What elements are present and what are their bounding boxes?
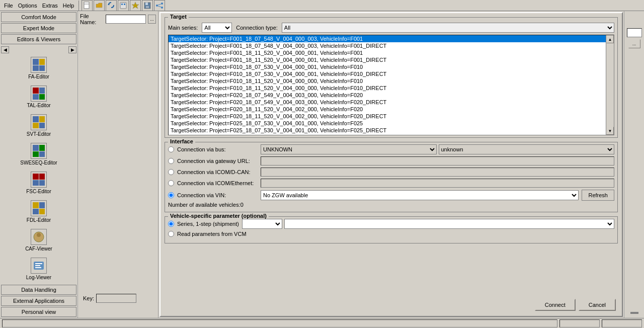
svg-rect-7: [145, 3, 148, 5]
conn-icom-eth-label: Connection via ICOM/Ethernet:: [177, 180, 258, 186]
status-bar: [0, 318, 644, 328]
icom-eth-input[interactable]: tcp://127.0.0.1:50160: [261, 179, 614, 188]
tb-btn-2[interactable]: [94, 0, 105, 11]
file-name-input[interactable]: [106, 15, 146, 24]
conn-bus-label: Connection via bus:: [177, 146, 258, 152]
sidebar-item-fdl-editor[interactable]: FDL-Editor: [1, 198, 76, 225]
radio-bus[interactable]: [168, 146, 174, 152]
radio-vin[interactable]: [168, 192, 174, 198]
radio-series-1step[interactable]: [168, 221, 174, 227]
bus-select-2[interactable]: unknown: [439, 144, 615, 154]
sidebar-item-tal-editor[interactable]: TAL-Editor: [1, 83, 76, 111]
tb-btn-3[interactable]: [106, 0, 117, 11]
bus-select-1[interactable]: UNKNOWN: [261, 144, 437, 154]
svg-line-13: [158, 6, 161, 7]
vehicle-select-2[interactable]: [284, 219, 614, 229]
vin-select[interactable]: No ZGW available: [261, 190, 579, 200]
svg-rect-8: [146, 6, 149, 8]
list-item[interactable]: TargetSelector: Project=F001_18_11_520_V…: [169, 56, 606, 63]
list-scroll-up[interactable]: ▲: [606, 35, 614, 43]
data-handling-btn[interactable]: Data Handling: [1, 285, 76, 295]
icom-dcan-input[interactable]: tcp://127.0.0.1:52410: [261, 168, 614, 177]
menu-options[interactable]: Options: [16, 2, 39, 9]
sidebar-scroll-right[interactable]: ▶: [68, 46, 76, 53]
target-list[interactable]: TargetSelector: Project=F001_18_07_548_V…: [169, 35, 606, 135]
vehicles-count: Number of available vehicles:0: [168, 202, 614, 208]
tb-btn-save[interactable]: [142, 0, 153, 11]
svg-rect-17: [35, 263, 42, 264]
key-label: Key:: [83, 295, 94, 301]
list-item[interactable]: TargetSelector: Project=F020_18_11_520_V…: [169, 106, 606, 113]
svg-rect-18: [35, 265, 40, 266]
list-item[interactable]: TargetSelector: Project=F020_18_07_549_V…: [169, 99, 606, 106]
radio-read-vcm[interactable]: [168, 231, 174, 237]
list-item[interactable]: TargetSelector: Project=F001_18_11_520_V…: [169, 49, 606, 56]
sidebar-item-fsc-editor[interactable]: FSC-Editor: [1, 169, 76, 197]
list-scroll-down[interactable]: ▼: [606, 127, 614, 135]
menu-file[interactable]: File: [2, 2, 15, 9]
list-item[interactable]: TargetSelector: Project=F010_18_07_530_V…: [169, 63, 606, 70]
svg-rect-19: [35, 267, 41, 268]
status-segment-2: [559, 319, 600, 327]
radio-icom-dcan[interactable]: [168, 169, 174, 175]
main-series-select[interactable]: All: [202, 23, 232, 33]
right-browse-btn[interactable]: ...: [628, 39, 640, 48]
file-browse-btn[interactable]: ...: [148, 15, 156, 24]
right-input[interactable]: [627, 28, 642, 37]
svg-point-10: [161, 3, 163, 5]
connect-button[interactable]: Connect: [535, 299, 576, 311]
radio-gateway[interactable]: [168, 158, 174, 164]
menu-help[interactable]: Help: [61, 2, 76, 9]
editors-viewers-btn[interactable]: Editors & Viewers: [1, 34, 76, 44]
conn-vin-label: Connection via VIN:: [177, 192, 258, 198]
connection-type-select[interactable]: All: [282, 23, 614, 33]
list-item[interactable]: TargetSelector: Project=F001_18_07_548_V…: [169, 35, 606, 42]
tb-btn-4[interactable]: [118, 0, 129, 11]
vehicle-select-1[interactable]: [242, 219, 282, 229]
list-item[interactable]: TargetSelector: Project=F001_18_07_548_V…: [169, 42, 606, 49]
radio-icom-eth[interactable]: [168, 180, 174, 186]
list-item[interactable]: TargetSelector: Project=F010_18_11_520_V…: [169, 77, 606, 85]
list-item[interactable]: TargetSelector: Project=F020_18_11_520_V…: [169, 113, 606, 120]
sweseq-editor-icon: [31, 143, 47, 159]
gateway-input[interactable]: tcp://127.0.0.1:6801: [261, 156, 614, 166]
menu-extras[interactable]: Extras: [40, 2, 60, 9]
external-applications-btn[interactable]: External Applications: [1, 296, 76, 306]
list-item[interactable]: TargetSelector: Project=F025_18_07_530_V…: [169, 120, 606, 127]
tb-btn-1[interactable]: [82, 0, 93, 11]
target-legend: Target: [168, 14, 189, 20]
sidebar-item-log-viewer[interactable]: Log-Viewer: [1, 255, 76, 283]
tb-btn-share[interactable]: [154, 0, 165, 11]
status-segment-1: [2, 319, 557, 327]
series-1step-label: Series, 1-step (shipment): [177, 221, 239, 227]
svt-editor-icon: [31, 114, 47, 130]
fsc-editor-icon: [31, 172, 47, 188]
list-item[interactable]: TargetSelector: Project=F010_18_11_520_V…: [169, 85, 606, 92]
conn-type-label: Connection type:: [236, 25, 278, 31]
svg-rect-5: [124, 4, 125, 5]
refresh-button[interactable]: Refresh: [582, 190, 614, 201]
fdl-editor-icon: [31, 200, 47, 216]
file-name-label: File Name:: [80, 13, 104, 25]
personal-view-btn[interactable]: Personal view: [1, 307, 76, 317]
svg-rect-0: [84, 2, 89, 9]
caf-viewer-icon: [31, 229, 47, 245]
read-vcm-label: Read parameters from VCM: [177, 231, 247, 237]
comfort-mode-btn[interactable]: Comfort Mode: [1, 12, 76, 22]
expert-mode-btn[interactable]: Expert Mode: [1, 23, 76, 33]
key-input[interactable]: [96, 294, 136, 303]
sidebar-item-svt-editor[interactable]: SVT-Editor: [1, 112, 76, 139]
sidebar-scroll-left[interactable]: ◀: [1, 46, 9, 53]
cancel-button[interactable]: Cancel: [579, 299, 616, 311]
svg-point-9: [156, 5, 158, 7]
list-item[interactable]: TargetSelector: Project=F025_18_11_520_V…: [169, 134, 606, 135]
list-item[interactable]: TargetSelector: Project=F025_18_07_530_V…: [169, 127, 606, 134]
list-item[interactable]: TargetSelector: Project=F010_18_07_530_V…: [169, 70, 606, 77]
tb-btn-5[interactable]: [130, 0, 141, 11]
status-bar-segment: [630, 312, 638, 314]
list-item[interactable]: TargetSelector: Project=F020_18_07_549_V…: [169, 92, 606, 99]
sidebar-item-fa-editor[interactable]: FA-Editor: [1, 54, 76, 82]
status-segment-3: [602, 319, 642, 327]
sidebar-item-caf-viewer[interactable]: CAF-Viewer: [1, 226, 76, 254]
sidebar-item-sweseq-editor[interactable]: SWESEQ-Editor: [1, 140, 76, 168]
